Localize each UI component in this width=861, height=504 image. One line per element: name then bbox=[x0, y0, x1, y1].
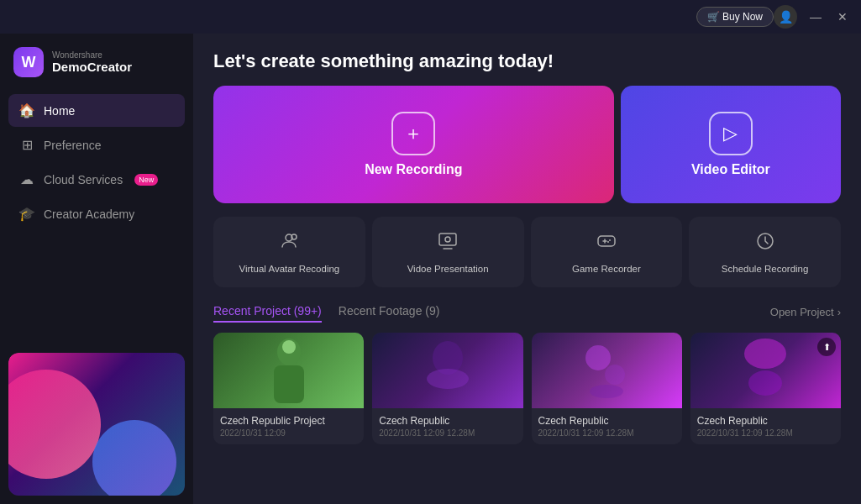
open-project-label: Open Project bbox=[770, 306, 834, 318]
new-recording-icon: ＋ bbox=[391, 112, 435, 155]
video-editor-card[interactable]: ▷ Video Editor bbox=[621, 86, 841, 203]
svg-point-12 bbox=[427, 369, 469, 389]
game-recorder-card[interactable]: Game Recorder bbox=[531, 217, 683, 287]
close-button[interactable]: ✕ bbox=[831, 5, 854, 29]
window-controls: — ✕ bbox=[804, 5, 854, 29]
recent-tabs: Recent Project (99+) Recent Footage (9) bbox=[213, 301, 456, 323]
virtual-avatar-card[interactable]: Virtual Avatar Recoding bbox=[213, 217, 365, 287]
project-thumbnail-1 bbox=[213, 333, 364, 408]
svg-point-13 bbox=[585, 345, 611, 370]
project-info-1: Czech Republic Project 2022/10/31 12:09 bbox=[213, 408, 364, 444]
sidebar-thumbnail bbox=[8, 353, 185, 496]
user-icon[interactable]: 👤 bbox=[774, 5, 797, 29]
virtual-avatar-icon bbox=[278, 230, 300, 257]
project-date-4: 2022/10/31 12:09 12.28M bbox=[697, 428, 834, 438]
svg-point-16 bbox=[744, 339, 786, 369]
video-presentation-label: Vidoe Presentation bbox=[407, 264, 489, 274]
project-thumb-overlay-2 bbox=[372, 333, 522, 408]
cloud-services-badge: New bbox=[134, 174, 158, 186]
video-editor-icon: ▷ bbox=[709, 112, 753, 155]
list-item[interactable]: ⬆ Czech Republic 2022/10/31 12:09 12.28M bbox=[690, 333, 841, 444]
video-presentation-icon bbox=[437, 230, 459, 257]
project-thumbnail-4: ⬆ bbox=[690, 333, 841, 408]
video-editor-label: Video Editor bbox=[691, 162, 770, 177]
project-name-4: Czech Republic bbox=[697, 415, 834, 427]
project-date-2: 2022/10/31 12:09 12.28M bbox=[379, 428, 516, 438]
project-name-1: Czech Republic Project bbox=[220, 415, 357, 427]
video-presentation-card[interactable]: Vidoe Presentation bbox=[372, 217, 524, 287]
open-project-link[interactable]: Open Project › bbox=[770, 306, 841, 318]
tab-recent-footage[interactable]: Recent Footage (9) bbox=[339, 301, 440, 323]
nav-items: 🏠 Home ⊞ Preference ☁ Cloud Services New… bbox=[0, 94, 193, 230]
project-info-3: Czech Republic 2022/10/31 12:09 12.28M bbox=[532, 408, 682, 444]
sidebar-item-home[interactable]: 🏠 Home bbox=[8, 94, 185, 127]
project-thumb-overlay-4: ⬆ bbox=[690, 333, 841, 408]
svg-point-5 bbox=[609, 239, 611, 241]
project-info-4: Czech Republic 2022/10/31 12:09 12.28M bbox=[690, 408, 841, 444]
list-item[interactable]: Czech Republic 2022/10/31 12:09 12.28M bbox=[532, 333, 682, 444]
schedule-recording-card[interactable]: Schedule Recording bbox=[689, 217, 841, 287]
logo-icon: W bbox=[13, 47, 44, 77]
svg-rect-10 bbox=[274, 365, 304, 403]
list-item[interactable]: Czech Republic Project 2022/10/31 12:09 bbox=[213, 333, 364, 444]
sidebar-item-cloud-services[interactable]: ☁ Cloud Services New bbox=[8, 163, 185, 196]
main-layout: W Wondershare DemoCreator 🏠 Home ⊞ Prefe… bbox=[0, 34, 861, 504]
new-recording-card[interactable]: ＋ New Recording bbox=[213, 86, 614, 203]
action-grid: ＋ New Recording ▷ Video Editor bbox=[213, 86, 841, 203]
svg-point-9 bbox=[282, 340, 296, 354]
svg-rect-2 bbox=[439, 234, 456, 245]
project-date-3: 2022/10/31 12:09 12.28M bbox=[538, 428, 675, 438]
svg-point-3 bbox=[445, 237, 450, 242]
schedule-recording-icon bbox=[754, 230, 776, 257]
schedule-recording-label: Schedule Recording bbox=[722, 264, 809, 274]
list-item[interactable]: Czech Republic 2022/10/31 12:09 12.28M bbox=[372, 333, 522, 444]
sidebar-item-creator-academy[interactable]: 🎓 Creator Academy bbox=[8, 197, 185, 230]
game-recorder-label: Game Recorder bbox=[572, 264, 641, 274]
project-info-2: Czech Republic 2022/10/31 12:09 12.28M bbox=[372, 408, 522, 444]
svg-point-15 bbox=[590, 385, 623, 398]
project-date-1: 2022/10/31 12:09 bbox=[220, 428, 357, 438]
project-thumbnail-3 bbox=[532, 333, 682, 408]
sidebar-item-preference[interactable]: ⊞ Preference bbox=[8, 129, 185, 161]
open-project-chevron: › bbox=[837, 306, 841, 318]
recent-header: Recent Project (99+) Recent Footage (9) … bbox=[213, 301, 841, 323]
recent-grid: Czech Republic Project 2022/10/31 12:09 bbox=[213, 333, 841, 444]
new-recording-label: New Recording bbox=[365, 162, 462, 177]
preference-icon: ⊞ bbox=[18, 137, 35, 153]
page-title: Let's create something amazing today! bbox=[213, 50, 841, 72]
project-name-2: Czech Republic bbox=[379, 415, 516, 427]
logo-area: W Wondershare DemoCreator bbox=[0, 34, 193, 94]
buy-now-button[interactable]: 🛒 Buy Now bbox=[696, 7, 774, 27]
svg-point-17 bbox=[748, 370, 782, 396]
project-thumbnail-2 bbox=[372, 333, 522, 408]
project-name-3: Czech Republic bbox=[538, 415, 675, 427]
title-bar: 🛒 Buy Now 👤 — ✕ bbox=[0, 0, 861, 34]
sidebar-item-cloud-label: Cloud Services bbox=[44, 173, 123, 186]
project-thumb-overlay-1 bbox=[213, 333, 364, 408]
sidebar-item-preference-label: Preference bbox=[44, 139, 101, 152]
logo-name: DemoCreator bbox=[52, 60, 132, 74]
recent-section: Recent Project (99+) Recent Footage (9) … bbox=[213, 301, 841, 487]
sidebar-item-academy-label: Creator Academy bbox=[44, 207, 134, 221]
academy-icon: 🎓 bbox=[18, 206, 35, 222]
virtual-avatar-label: Virtual Avatar Recoding bbox=[239, 264, 339, 274]
logo-text: Wondershare DemoCreator bbox=[52, 50, 132, 74]
sidebar-item-home-label: Home bbox=[44, 104, 75, 118]
cloud-icon: ☁ bbox=[18, 171, 35, 187]
thumbnail-art bbox=[8, 353, 185, 496]
content-area: Let's create something amazing today! ＋ … bbox=[193, 34, 861, 504]
project-thumb-overlay-3 bbox=[532, 333, 682, 408]
upload-icon: ⬆ bbox=[817, 338, 836, 356]
svg-point-6 bbox=[607, 241, 609, 243]
logo-brand: Wondershare bbox=[52, 50, 132, 60]
home-icon: 🏠 bbox=[18, 102, 35, 118]
tools-grid: Virtual Avatar Recoding Vidoe Presentati… bbox=[213, 217, 841, 287]
tab-recent-project[interactable]: Recent Project (99+) bbox=[213, 301, 322, 323]
svg-point-14 bbox=[605, 365, 625, 385]
sidebar: W Wondershare DemoCreator 🏠 Home ⊞ Prefe… bbox=[0, 34, 193, 504]
game-recorder-icon bbox=[596, 230, 617, 257]
minimize-button[interactable]: — bbox=[804, 5, 827, 29]
